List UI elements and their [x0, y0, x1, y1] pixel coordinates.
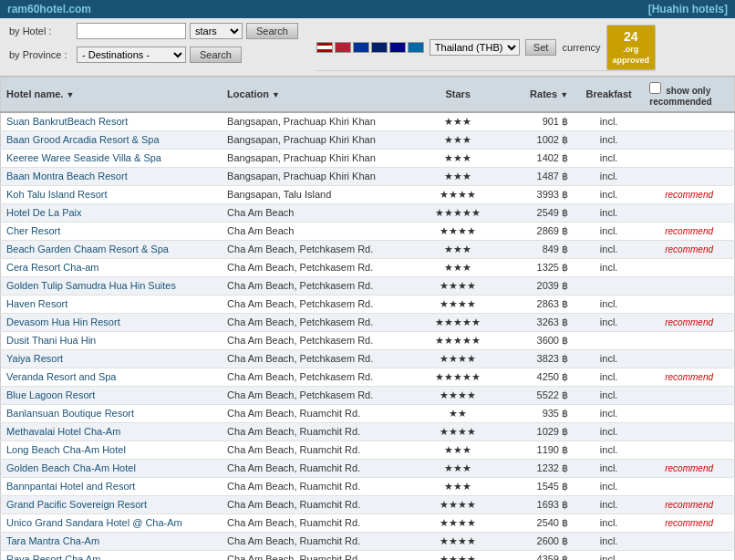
currency-label: currency: [562, 42, 600, 53]
hotel-name-cell: Keeree Waree Seaside Villa & Spa: [1, 149, 223, 167]
recommend-cell: [644, 477, 734, 495]
flag-eu[interactable]: [353, 42, 369, 53]
stars-cell: ★★★: [423, 167, 493, 185]
hotel-link[interactable]: Koh Talu Island Resort: [6, 189, 107, 200]
currency-select[interactable]: Thailand (THB) USD EUR GBP AUD SEK: [430, 39, 520, 56]
rate-cell: 1029 ฿: [493, 422, 574, 441]
table-row: Baan Montra Beach Resort Bangsapan, Prac…: [1, 167, 735, 185]
location-sort-arrow[interactable]: ▼: [272, 90, 280, 99]
destinations-select[interactable]: - Destinations -: [77, 47, 186, 63]
table-row: Beach Garden Chaam Resort & Spa Cha Am B…: [1, 240, 735, 258]
stars-select[interactable]: stars 1 star 2 stars 3 stars 4 stars 5 s…: [190, 23, 243, 39]
recommend-text: recommend: [665, 518, 713, 528]
province-search-button[interactable]: Search: [190, 47, 242, 63]
hotel-name-cell: Banlansuan Boutique Resort: [1, 404, 223, 422]
recommend-cell: recommend: [644, 495, 734, 513]
hotel-search-input[interactable]: [77, 23, 186, 39]
location-cell: Bangsapan, Talu Island: [222, 185, 423, 203]
hotel-name-cell: Blue Lagoon Resort: [1, 386, 223, 404]
location-cell: Cha Am Beach, Petchkasem Rd.: [222, 368, 423, 386]
hotel-link[interactable]: Baan Grood Arcadia Resort & Spa: [6, 134, 160, 145]
recommend-cell: [644, 404, 734, 422]
hotel-link[interactable]: Cera Resort Cha-am: [6, 262, 98, 273]
hotel-link[interactable]: Unico Grand Sandara Hotel @ Cha-Am: [6, 517, 182, 528]
hotel-link[interactable]: Golden Beach Cha-Am Hotel: [6, 462, 136, 473]
table-row: Cera Resort Cha-am Cha Am Beach, Petchka…: [1, 258, 735, 276]
hotel-link[interactable]: Tara Mantra Cha-Am: [6, 535, 99, 546]
hotel-name-cell: Baan Grood Arcadia Resort & Spa: [1, 130, 223, 149]
stars-cell: ★★★: [423, 149, 493, 167]
table-header-row: Hotel name. ▼ Location ▼ Stars Rates ▼ B…: [1, 77, 735, 112]
hotel-link[interactable]: Hotel De La Paix: [6, 207, 82, 218]
flag-australia[interactable]: [389, 42, 406, 53]
breakfast-cell: incl.: [574, 240, 644, 258]
flag-sweden[interactable]: [408, 42, 424, 53]
hotel-search-button[interactable]: Search: [246, 23, 298, 39]
hotel-name-cell: Golden Tulip Samudra Hua Hin Suites: [1, 276, 223, 295]
breakfast-cell: incl.: [574, 112, 644, 131]
table-row: Cher Resort Cha Am Beach ★★★★ 2869 ฿ inc…: [1, 222, 735, 240]
hotel-name-cell: Cher Resort: [1, 222, 223, 240]
hotel-name-cell: Devasom Hua Hin Resort: [1, 313, 223, 331]
hotel-link[interactable]: Long Beach Cha-Am Hotel: [6, 444, 126, 455]
currency-set-button[interactable]: Set: [525, 39, 557, 56]
rate-cell: 901 ฿: [493, 112, 574, 131]
header-rates[interactable]: Rates ▼: [493, 77, 574, 112]
hotel-name-cell: Koh Talu Island Resort: [1, 185, 223, 203]
stars-cell: ★★: [423, 404, 493, 422]
recommend-text: recommend: [665, 190, 713, 200]
recommend-cell: [644, 331, 734, 349]
hotel-link[interactable]: Dusit Thani Hua Hin: [6, 335, 96, 346]
hotel-link[interactable]: Haven Resort: [6, 298, 67, 309]
show-only-recommended-checkbox[interactable]: [649, 82, 661, 94]
breakfast-cell: incl.: [574, 130, 644, 149]
hotel-link[interactable]: Golden Tulip Samudra Hua Hin Suites: [6, 280, 176, 291]
stars-cell: ★★★: [423, 459, 493, 477]
by-province-label: by Province :: [9, 49, 73, 60]
recommend-text: recommend: [665, 244, 713, 254]
hotel-name-cell: Haven Resort: [1, 295, 223, 313]
hotel-link[interactable]: Veranda Resort and Spa: [6, 371, 116, 382]
recommend-cell: [644, 203, 734, 222]
hotel-link[interactable]: Cher Resort: [6, 225, 60, 236]
recommend-cell: recommend: [644, 313, 734, 331]
flag-thailand[interactable]: [316, 42, 333, 53]
stars-cell: ★★★: [423, 258, 493, 276]
hotel-link[interactable]: Methavalai Hotel Cha-Am: [6, 426, 120, 437]
table-row: Banlansuan Boutique Resort Cha Am Beach,…: [1, 404, 735, 422]
header-hotel-name[interactable]: Hotel name. ▼: [1, 77, 223, 112]
hotel-link[interactable]: Banlansuan Boutique Resort: [6, 408, 134, 419]
hotel-link[interactable]: Blue Lagoon Resort: [6, 389, 95, 400]
recommend-cell: recommend: [644, 240, 734, 258]
province-search-row: by Province : - Destinations - Search: [9, 47, 298, 63]
location-cell: Cha Am Beach, Petchkasem Rd.: [222, 276, 423, 295]
table-row: Unico Grand Sandara Hotel @ Cha-Am Cha A…: [1, 513, 735, 532]
hotel-link[interactable]: Bannpantai Hotel and Resort: [6, 481, 135, 492]
hotel-link[interactable]: Baan Montra Beach Resort: [6, 171, 128, 181]
table-row: Raya Resort Cha Am Cha Am Beach, Ruamchi…: [1, 550, 735, 560]
stars-cell: ★★★: [423, 441, 493, 459]
rate-cell: 3993 ฿: [493, 185, 574, 203]
table-row: Grand Pacific Sovereign Resort Cha Am Be…: [1, 495, 735, 513]
hotel-sort-arrow[interactable]: ▼: [66, 90, 74, 99]
recommend-cell: [644, 167, 734, 185]
top-bar: ram60hotel.com [Huahin hotels]: [0, 0, 735, 18]
flag-usa[interactable]: [335, 42, 351, 53]
header-location[interactable]: Location ▼: [222, 77, 423, 112]
flag-uk[interactable]: [371, 42, 388, 53]
hotel-link[interactable]: Devasom Hua Hin Resort: [6, 316, 120, 327]
recommend-cell: recommend: [644, 222, 734, 240]
breakfast-cell: incl.: [574, 532, 644, 550]
hotel-link[interactable]: Keeree Waree Seaside Villa & Spa: [6, 152, 161, 163]
hotel-link[interactable]: Raya Resort Cha Am: [6, 554, 100, 560]
rate-cell: 1693 ฿: [493, 495, 574, 513]
hotel-link[interactable]: Yaiya Resort: [6, 353, 63, 364]
hotel-link[interactable]: Suan BankrutBeach Resort: [6, 116, 128, 127]
hotel-link[interactable]: Beach Garden Chaam Resort & Spa: [6, 244, 169, 254]
hotel-link[interactable]: Grand Pacific Sovereign Resort: [6, 499, 147, 510]
location-cell: Cha Am Beach, Ruamchit Rd.: [222, 550, 423, 560]
hotel-name-cell: Tara Mantra Cha-Am: [1, 532, 223, 550]
header-recommend[interactable]: show onlyrecommended: [644, 77, 734, 112]
rates-sort-arrow[interactable]: ▼: [560, 90, 568, 99]
table-row: Baan Grood Arcadia Resort & Spa Bangsapa…: [1, 130, 735, 149]
